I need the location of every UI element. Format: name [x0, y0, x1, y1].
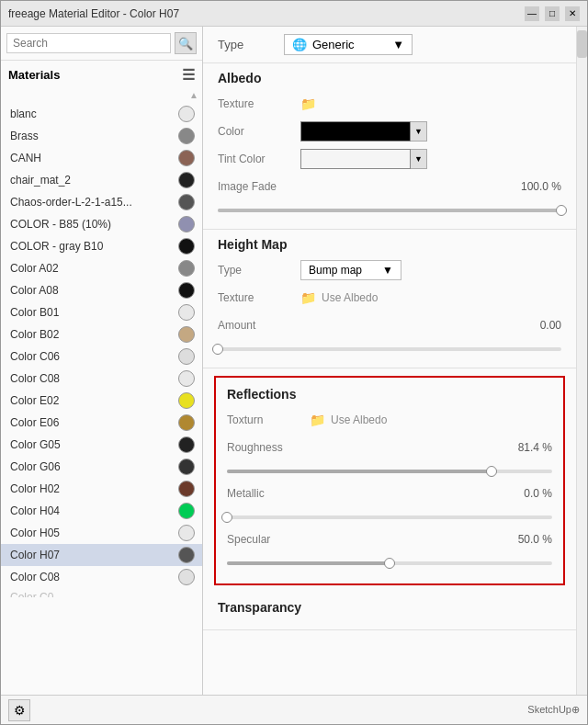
list-item[interactable]: Color C08	[1, 566, 202, 588]
list-item[interactable]: COLOR - B85 (10%)	[1, 213, 202, 235]
hm-amount-slider[interactable]	[218, 342, 561, 360]
metallic-slider[interactable]	[227, 510, 552, 528]
swatch	[178, 569, 195, 585]
list-item[interactable]: Color C08	[1, 368, 202, 390]
window-title: freeage Material Editor - Color H07	[8, 7, 179, 20]
search-button[interactable]: 🔍	[175, 32, 197, 54]
minimize-button[interactable]: —	[525, 6, 539, 21]
swatch	[178, 459, 195, 475]
image-fade-thumb[interactable]	[556, 205, 567, 216]
maximize-button[interactable]: □	[545, 6, 560, 21]
tint-dropdown-button[interactable]: ▼	[411, 149, 427, 169]
reflections-title: Reflections	[227, 387, 552, 402]
close-button[interactable]: ✕	[565, 6, 580, 21]
swatch	[178, 436, 195, 453]
list-item[interactable]: Chaos-order-L-2-1-a15...	[1, 191, 202, 213]
color-swatch[interactable]	[300, 121, 411, 142]
swatch	[178, 414, 195, 431]
ref-texture-link[interactable]: Use Albedo	[331, 413, 387, 426]
list-item[interactable]: Color C0...	[1, 588, 202, 597]
list-item[interactable]: Color H04	[1, 500, 202, 522]
swatch	[178, 128, 195, 144]
specular-value: 50.0 %	[497, 533, 552, 546]
ref-texture-label: Toxturn	[227, 413, 310, 426]
hm-type-value: Bump map	[309, 264, 362, 277]
list-item[interactable]: Color H05	[1, 522, 202, 544]
list-item-active[interactable]: Color H07	[1, 544, 202, 566]
swatch	[178, 392, 195, 409]
list-item[interactable]: Color H02	[1, 478, 202, 500]
texture-row: Texture 📁	[218, 93, 561, 115]
list-item[interactable]: Color A08	[1, 279, 202, 301]
right-scrollbar[interactable]	[576, 27, 587, 695]
image-fade-row: Image Fade 100.0 %	[218, 176, 561, 198]
specular-thumb[interactable]	[384, 558, 395, 569]
type-row: Type 🌐 Generic ▼	[203, 27, 576, 63]
hm-type-row: Type Bump map ▼	[218, 259, 561, 281]
materials-title: Materials	[8, 68, 60, 82]
roughness-slider[interactable]	[227, 464, 552, 482]
color-picker-group: ▼	[300, 121, 427, 142]
swatch	[178, 503, 195, 519]
color-label: Color	[218, 125, 300, 138]
ref-folder-icon[interactable]: 📁	[310, 413, 325, 427]
specular-slider[interactable]	[227, 556, 552, 574]
scrollbar-thumb[interactable]	[577, 30, 587, 58]
tint-swatch[interactable]	[300, 149, 411, 169]
roughness-value: 81.4 %	[497, 441, 552, 454]
sketchup-logo: SketchUp⊕	[527, 704, 580, 716]
hm-folder-icon[interactable]: 📁	[300, 290, 316, 305]
tint-label: Tint Color	[218, 153, 300, 165]
type-label: Type	[218, 38, 273, 51]
swatch	[178, 525, 195, 541]
metallic-row: Metallic 0.0 %	[227, 482, 552, 504]
sidebar: 🔍 Materials ☰ ▲ blanc Brass	[1, 27, 203, 695]
roughness-thumb[interactable]	[486, 466, 497, 477]
list-item[interactable]: Color G05	[1, 434, 202, 456]
settings-button[interactable]: ⚙	[8, 699, 30, 721]
hm-amount-thumb[interactable]	[212, 344, 223, 355]
roughness-label: Roughness	[227, 441, 310, 454]
list-item[interactable]: Color E06	[1, 412, 202, 434]
list-item[interactable]: Color B01	[1, 301, 202, 323]
list-item[interactable]: Color A02	[1, 257, 202, 279]
color-dropdown-button[interactable]: ▼	[411, 121, 427, 142]
list-item[interactable]: blanc	[1, 103, 202, 125]
swatch	[178, 238, 195, 255]
type-value: Generic	[312, 38, 355, 51]
image-fade-slider[interactable]	[218, 203, 561, 221]
list-item[interactable]: Color C06	[1, 346, 202, 368]
tint-picker-group: ▼	[300, 149, 427, 169]
swatch	[178, 106, 195, 122]
metallic-thumb[interactable]	[221, 512, 232, 523]
hm-dropdown-icon: ▼	[382, 264, 393, 277]
list-item[interactable]: chair_mat_2	[1, 169, 202, 191]
ref-texture-row: Toxturn 📁 Use Albedo	[227, 409, 552, 431]
swatch	[178, 326, 195, 343]
menu-icon[interactable]: ☰	[182, 66, 195, 84]
titlebar: freeage Material Editor - Color H07 — □ …	[1, 1, 587, 27]
right-panel: Type 🌐 Generic ▼ Albedo Texture 📁 Color	[203, 27, 576, 695]
image-fade-value: 100.0 %	[506, 180, 561, 193]
hm-texture-link[interactable]: Use Albedo	[322, 291, 378, 304]
main-window: freeage Material Editor - Color H07 — □ …	[0, 0, 588, 725]
height-map-section: Height Map Type Bump map ▼ Texture 📁 Use…	[203, 230, 576, 368]
folder-icon[interactable]: 📁	[300, 96, 316, 111]
list-item[interactable]: COLOR - gray B10	[1, 235, 202, 257]
specular-row: Specular 50.0 %	[227, 528, 552, 550]
search-input[interactable]	[6, 33, 171, 53]
list-item[interactable]: Color G06	[1, 456, 202, 478]
materials-list: blanc Brass CANH chair_mat_2 Chaos-order…	[1, 103, 202, 695]
list-item[interactable]: Color B02	[1, 323, 202, 346]
list-item[interactable]: Brass	[1, 125, 202, 147]
swatch	[178, 370, 195, 387]
swatch	[178, 547, 195, 563]
type-select[interactable]: 🌐 Generic ▼	[284, 34, 413, 55]
transparency-section: Transparancy	[203, 593, 576, 630]
list-item[interactable]: Color E02	[1, 390, 202, 412]
list-item[interactable]: CANH	[1, 147, 202, 169]
swatch	[178, 481, 195, 497]
main-content: 🔍 Materials ☰ ▲ blanc Brass	[1, 27, 587, 695]
hm-texture-row: Texture 📁 Use Albedo	[218, 287, 561, 309]
hm-type-select[interactable]: Bump map ▼	[300, 260, 401, 280]
